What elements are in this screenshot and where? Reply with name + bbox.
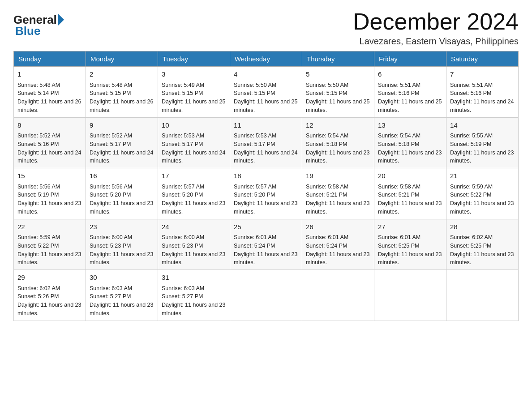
day-number: 8 <box>17 120 82 131</box>
calendar-cell: 8Sunrise: 5:52 AMSunset: 5:16 PMDaylight… <box>14 117 86 168</box>
calendar-cell: 3Sunrise: 5:49 AMSunset: 5:15 PMDaylight… <box>158 67 230 118</box>
calendar-cell: 7Sunrise: 5:51 AMSunset: 5:16 PMDaylight… <box>446 67 519 118</box>
calendar-cell: 18Sunrise: 5:57 AMSunset: 5:20 PMDayligh… <box>230 168 302 219</box>
calendar-cell <box>302 270 374 321</box>
calendar-cell: 29Sunrise: 6:02 AMSunset: 5:26 PMDayligh… <box>14 270 86 321</box>
calendar-cell: 1Sunrise: 5:48 AMSunset: 5:14 PMDaylight… <box>14 67 86 118</box>
day-number: 28 <box>450 222 515 232</box>
calendar-cell: 4Sunrise: 5:50 AMSunset: 5:15 PMDaylight… <box>230 67 302 118</box>
day-number: 17 <box>162 171 226 181</box>
logo-arrow-icon <box>58 13 64 26</box>
day-number: 16 <box>90 171 154 181</box>
day-number: 27 <box>378 222 442 232</box>
day-number: 13 <box>378 120 442 131</box>
calendar-table: SundayMondayTuesdayWednesdayThursdayFrid… <box>13 51 519 321</box>
day-number: 4 <box>234 69 298 80</box>
calendar-cell <box>374 270 446 321</box>
header-row: SundayMondayTuesdayWednesdayThursdayFrid… <box>14 51 519 67</box>
header-day-wednesday: Wednesday <box>230 51 302 67</box>
day-number: 1 <box>17 69 82 80</box>
day-number: 11 <box>234 120 298 131</box>
day-number: 7 <box>450 69 515 80</box>
day-number: 26 <box>306 222 370 232</box>
calendar-cell: 23Sunrise: 6:00 AMSunset: 5:23 PMDayligh… <box>86 219 158 270</box>
day-number: 24 <box>162 222 226 232</box>
calendar-cell: 12Sunrise: 5:54 AMSunset: 5:18 PMDayligh… <box>302 117 374 168</box>
calendar-cell: 15Sunrise: 5:56 AMSunset: 5:19 PMDayligh… <box>14 168 86 219</box>
calendar-cell <box>446 270 519 321</box>
location-title: Lavezares, Eastern Visayas, Philippines <box>353 36 519 47</box>
calendar-header: SundayMondayTuesdayWednesdayThursdayFrid… <box>14 51 519 67</box>
header-day-saturday: Saturday <box>446 51 519 67</box>
calendar-cell: 10Sunrise: 5:53 AMSunset: 5:17 PMDayligh… <box>158 117 230 168</box>
day-number: 20 <box>378 171 442 181</box>
calendar-cell <box>230 270 302 321</box>
calendar-cell: 14Sunrise: 5:55 AMSunset: 5:19 PMDayligh… <box>446 117 519 168</box>
calendar-week-row: 22Sunrise: 5:59 AMSunset: 5:22 PMDayligh… <box>14 219 519 270</box>
day-number: 29 <box>17 273 82 283</box>
calendar-week-row: 1Sunrise: 5:48 AMSunset: 5:14 PMDaylight… <box>14 67 519 118</box>
calendar-cell: 31Sunrise: 6:03 AMSunset: 5:27 PMDayligh… <box>158 270 230 321</box>
calendar-cell: 6Sunrise: 5:51 AMSunset: 5:16 PMDaylight… <box>374 67 446 118</box>
calendar-cell: 27Sunrise: 6:01 AMSunset: 5:25 PMDayligh… <box>374 219 446 270</box>
calendar-cell: 11Sunrise: 5:53 AMSunset: 5:17 PMDayligh… <box>230 117 302 168</box>
day-number: 18 <box>234 171 298 181</box>
day-number: 21 <box>450 171 515 181</box>
day-number: 30 <box>90 273 154 283</box>
calendar-week-row: 29Sunrise: 6:02 AMSunset: 5:26 PMDayligh… <box>14 270 519 321</box>
header-day-sunday: Sunday <box>14 51 86 67</box>
page-header: General Blue December 2024 Lavezares, Ea… <box>13 9 519 47</box>
day-number: 6 <box>378 69 442 80</box>
day-number: 2 <box>90 69 154 80</box>
calendar-cell: 21Sunrise: 5:59 AMSunset: 5:22 PMDayligh… <box>446 168 519 219</box>
calendar-cell: 17Sunrise: 5:57 AMSunset: 5:20 PMDayligh… <box>158 168 230 219</box>
calendar-cell: 19Sunrise: 5:58 AMSunset: 5:21 PMDayligh… <box>302 168 374 219</box>
calendar-cell: 25Sunrise: 6:01 AMSunset: 5:24 PMDayligh… <box>230 219 302 270</box>
day-number: 31 <box>162 273 226 283</box>
calendar-cell: 2Sunrise: 5:48 AMSunset: 5:15 PMDaylight… <box>86 67 158 118</box>
day-number: 22 <box>17 222 82 232</box>
calendar-cell: 22Sunrise: 5:59 AMSunset: 5:22 PMDayligh… <box>14 219 86 270</box>
calendar-body: 1Sunrise: 5:48 AMSunset: 5:14 PMDaylight… <box>14 67 519 321</box>
logo-blue-text: Blue <box>15 24 40 38</box>
calendar-cell: 13Sunrise: 5:54 AMSunset: 5:18 PMDayligh… <box>374 117 446 168</box>
title-block: December 2024 Lavezares, Eastern Visayas… <box>353 9 519 47</box>
calendar-cell: 20Sunrise: 5:58 AMSunset: 5:21 PMDayligh… <box>374 168 446 219</box>
calendar-cell: 5Sunrise: 5:50 AMSunset: 5:15 PMDaylight… <box>302 67 374 118</box>
calendar-cell: 9Sunrise: 5:52 AMSunset: 5:17 PMDaylight… <box>86 117 158 168</box>
calendar-cell: 24Sunrise: 6:00 AMSunset: 5:23 PMDayligh… <box>158 219 230 270</box>
calendar-cell: 26Sunrise: 6:01 AMSunset: 5:24 PMDayligh… <box>302 219 374 270</box>
day-number: 19 <box>306 171 370 181</box>
month-title: December 2024 <box>353 9 519 34</box>
day-number: 5 <box>306 69 370 80</box>
header-day-monday: Monday <box>86 51 158 67</box>
header-day-friday: Friday <box>374 51 446 67</box>
calendar-week-row: 8Sunrise: 5:52 AMSunset: 5:16 PMDaylight… <box>14 117 519 168</box>
calendar-week-row: 15Sunrise: 5:56 AMSunset: 5:19 PMDayligh… <box>14 168 519 219</box>
header-day-thursday: Thursday <box>302 51 374 67</box>
day-number: 15 <box>17 171 82 181</box>
day-number: 12 <box>306 120 370 131</box>
calendar-cell: 28Sunrise: 6:02 AMSunset: 5:25 PMDayligh… <box>446 219 519 270</box>
day-number: 10 <box>162 120 226 131</box>
day-number: 25 <box>234 222 298 232</box>
header-day-tuesday: Tuesday <box>158 51 230 67</box>
logo: General Blue <box>13 9 64 38</box>
day-number: 3 <box>162 69 226 80</box>
day-number: 9 <box>90 120 154 131</box>
day-number: 14 <box>450 120 515 131</box>
calendar-cell: 16Sunrise: 5:56 AMSunset: 5:20 PMDayligh… <box>86 168 158 219</box>
day-number: 23 <box>90 222 154 232</box>
calendar-cell: 30Sunrise: 6:03 AMSunset: 5:27 PMDayligh… <box>86 270 158 321</box>
